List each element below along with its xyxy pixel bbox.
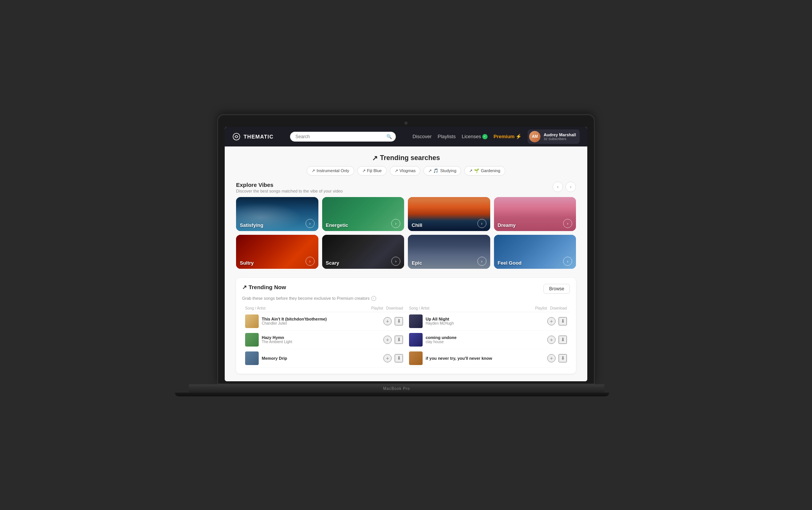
vibe-card-scary[interactable]: Scary ›: [322, 235, 404, 269]
nav-discover[interactable]: Discover: [412, 134, 432, 139]
song-row-r0: Up All Night Hayden McHugh + ⬇: [406, 312, 570, 331]
add-playlist-0[interactable]: +: [383, 317, 392, 325]
trending-tag-2[interactable]: ↗ Vlogmas: [390, 166, 421, 176]
song-artist-0: Chandler Juliet: [262, 321, 380, 325]
explore-vibes-header: Explore Vibes Discover the best songs ma…: [236, 182, 576, 193]
trending-tag-0[interactable]: ↗ Instrumental Only: [307, 166, 354, 176]
add-playlist-2[interactable]: +: [383, 354, 392, 362]
trending-tag-4[interactable]: ↗ 🌱 Gardening: [464, 166, 505, 176]
user-profile[interactable]: AM Audrey Marshall 32 Subscribers: [528, 129, 580, 144]
trending-tag-3[interactable]: ↗ 🎵 Studying: [423, 166, 461, 176]
laptop-bezel: THEMATIC 🔍 Discover Playlists Licenses ✓…: [217, 114, 595, 384]
plus-icon-r1: +: [550, 337, 553, 343]
vibe-overlay-epic: Epic ›: [408, 235, 490, 269]
nav-links: Discover Playlists Licenses ✓ Premium ⚡ …: [412, 129, 580, 144]
add-playlist-r1[interactable]: +: [547, 336, 556, 344]
vibe-card-dreamy[interactable]: Dreamy ›: [494, 197, 576, 231]
vibe-label-feelgood: Feel Good: [498, 260, 522, 266]
info-icon: i: [371, 296, 376, 301]
plus-icon-r0: +: [550, 318, 553, 324]
song-row-r1: coming undone clay house + ⬇: [406, 331, 570, 349]
user-name: Audrey Marshall: [543, 133, 576, 137]
song-thumb-r0: [409, 314, 423, 328]
download-icon-r2: ⬇: [561, 355, 565, 361]
trend-icon-1: ↗: [362, 168, 366, 173]
add-playlist-r0[interactable]: +: [547, 317, 556, 325]
search-button[interactable]: 🔍: [386, 134, 392, 139]
trend-icon-4: ↗: [469, 168, 472, 173]
vibe-card-feelgood[interactable]: Feel Good ›: [494, 235, 576, 269]
premium-badge[interactable]: Premium ⚡: [494, 134, 522, 139]
vibe-label-satisfying: Satisfying: [240, 222, 263, 228]
song-title-r1: coming undone: [426, 335, 544, 340]
trending-tag-1[interactable]: ↗ Fiji Blue: [357, 166, 387, 176]
trending-now-header: ↗ Trending Now Browse: [242, 284, 570, 294]
download-r0[interactable]: ⬇: [559, 317, 567, 325]
explore-vibes-section: Explore Vibes Discover the best songs ma…: [236, 182, 576, 269]
vibe-card-epic[interactable]: Epic ›: [408, 235, 490, 269]
vibe-arrow-scary: ›: [391, 257, 400, 266]
laptop-base: [189, 384, 604, 393]
download-icon-0: ⬇: [397, 318, 401, 324]
app-nav: THEMATIC 🔍 Discover Playlists Licenses ✓…: [225, 127, 587, 146]
download-1[interactable]: ⬇: [395, 336, 403, 344]
browse-button[interactable]: Browse: [543, 284, 570, 294]
vibe-arrow-satisfying: ›: [306, 219, 315, 228]
nav-licenses[interactable]: Licenses ✓: [462, 134, 487, 139]
vibe-overlay-energetic: Energetic ›: [322, 197, 404, 231]
vibe-overlay-scary: Scary ›: [322, 235, 404, 269]
download-2[interactable]: ⬇: [395, 354, 403, 362]
song-info-r0: Up All Night Hayden McHugh: [426, 317, 544, 325]
vibe-overlay-sultry: Sultry ›: [236, 235, 318, 269]
download-r2[interactable]: ⬇: [559, 354, 567, 362]
song-thumb-r2: [409, 351, 423, 365]
song-artist-1: The Ambient Light: [262, 340, 380, 344]
col-song-artist-left: Song / Artist: [245, 306, 368, 310]
download-0[interactable]: ⬇: [395, 317, 403, 325]
download-r1[interactable]: ⬇: [559, 336, 567, 344]
song-thumb-r1: [409, 333, 423, 347]
app-logo: THEMATIC: [232, 133, 273, 141]
song-title-1: Hazy Hymn: [262, 335, 380, 340]
add-playlist-r2[interactable]: +: [547, 354, 556, 362]
explore-vibes-title: Explore Vibes: [236, 182, 343, 188]
vibe-label-epic: Epic: [412, 260, 422, 266]
song-row-1: Hazy Hymn The Ambient Light + ⬇: [242, 331, 406, 349]
col-header-right: Song / Artist Playlist Download: [406, 305, 570, 312]
trending-tags: ↗ Instrumental Only ↗ Fiji Blue ↗ Vlogma…: [236, 166, 576, 176]
vibes-nav: ‹ ›: [553, 182, 576, 192]
vibe-label-chill: Chill: [412, 222, 422, 228]
vibe-label-scary: Scary: [326, 260, 339, 266]
user-info: Audrey Marshall 32 Subscribers: [543, 133, 576, 141]
laptop-wrapper: THEMATIC 🔍 Discover Playlists Licenses ✓…: [217, 114, 595, 396]
laptop-bottom: [175, 393, 609, 396]
svg-point-0: [233, 133, 240, 140]
nav-playlists[interactable]: Playlists: [438, 134, 456, 139]
add-playlist-1[interactable]: +: [383, 336, 392, 344]
trending-now-header-left: ↗ Trending Now: [242, 284, 286, 291]
app-main: ↗ Trending searches ↗ Instrumental Only …: [225, 146, 587, 381]
song-thumb-1: [245, 333, 259, 347]
download-icon-r1: ⬇: [561, 337, 565, 342]
vibe-overlay-feelgood: Feel Good ›: [494, 235, 576, 269]
trending-searches: ↗ Trending searches ↗ Instrumental Only …: [236, 154, 576, 176]
vibe-card-chill[interactable]: Chill ›: [408, 197, 490, 231]
songs-grid: Song / Artist Playlist Download This Ain…: [242, 305, 570, 368]
trending-arrow-icon: ↗: [372, 154, 378, 162]
col-playlist-right: Playlist: [535, 306, 547, 310]
trending-searches-title: ↗ Trending searches: [236, 154, 576, 162]
vibes-next-button[interactable]: ›: [565, 182, 576, 192]
download-icon-2: ⬇: [397, 355, 401, 361]
search-wrapper: 🔍: [290, 132, 396, 142]
search-input[interactable]: [290, 132, 396, 142]
vibe-arrow-epic: ›: [477, 257, 486, 266]
vibe-card-satisfying[interactable]: Satisfying ›: [236, 197, 318, 231]
vibes-prev-button[interactable]: ‹: [553, 182, 563, 192]
col-song-artist-right: Song / Artist: [409, 306, 532, 310]
premium-icon: ⚡: [516, 134, 522, 139]
trending-now-section: ↗ Trending Now Browse Grab these songs b…: [236, 278, 576, 374]
vibe-card-energetic[interactable]: Energetic ›: [322, 197, 404, 231]
vibe-card-sultry[interactable]: Sultry ›: [236, 235, 318, 269]
download-icon-1: ⬇: [397, 337, 401, 342]
song-title-r0: Up All Night: [426, 317, 544, 321]
